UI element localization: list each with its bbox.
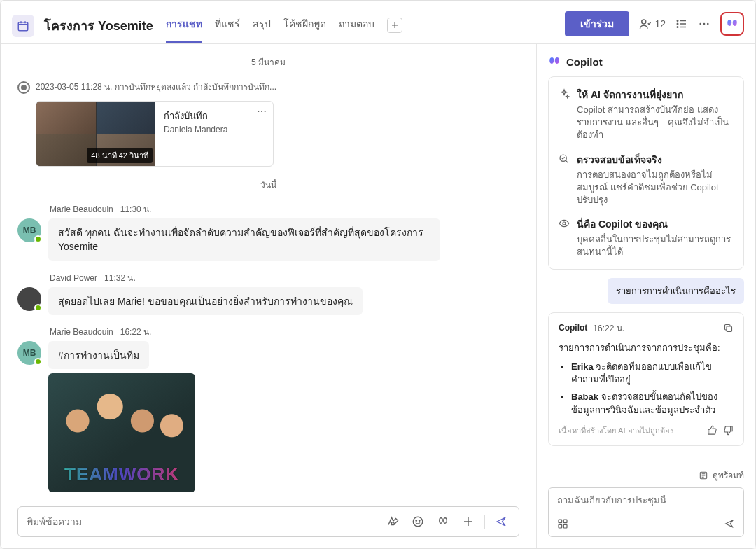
- recording-meta-text: 2023-03-05 11:28 น. การบันทึกหยุดลงแล้ว …: [36, 80, 519, 93]
- presence-icon: [34, 235, 42, 243]
- svg-rect-0: [18, 22, 28, 30]
- add-icon[interactable]: [459, 514, 477, 529]
- copilot-reply-time: 16:22 น.: [593, 321, 624, 335]
- svg-rect-19: [564, 520, 567, 523]
- copilot-intro-card: ให้ AI จัดการงานที่ยุ่งยากCopilot สามารถ…: [548, 76, 744, 270]
- list-button[interactable]: [676, 18, 688, 30]
- intro-item-title: ให้ AI จัดการงานที่ยุ่งยาก: [577, 87, 734, 102]
- presence-icon: [34, 358, 42, 366]
- intro-item-title: นี่คือ Copilot ของคุณ: [577, 216, 734, 232]
- svg-rect-21: [564, 524, 567, 528]
- user-message-bubble: รายการการดำเนินการคืออะไร: [608, 278, 744, 304]
- list-item: Babak จะตรวจสอบขั้นตอนถัดไปของข้อมูลการว…: [571, 391, 734, 417]
- copilot-reply-author: Copilot: [559, 323, 587, 333]
- copilot-input[interactable]: [557, 495, 735, 506]
- emoji-icon[interactable]: [409, 514, 427, 529]
- message-bubble: สวัสดี ทุกคน ฉันจะทำงานเพื่อจัดลำดับความ…: [48, 218, 440, 261]
- eye-icon: [559, 218, 570, 258]
- message-input[interactable]: [27, 516, 377, 527]
- svg-point-7: [707, 22, 709, 25]
- send-icon[interactable]: [492, 514, 510, 529]
- date-separator: 5 มีนาคม: [18, 55, 519, 69]
- svg-point-3: [677, 23, 678, 25]
- avatar[interactable]: MB: [18, 341, 41, 365]
- copilot-title: Copilot: [566, 56, 603, 68]
- svg-point-9: [261, 111, 262, 112]
- gif-caption: TEAMWORK: [64, 464, 179, 485]
- gif-attachment[interactable]: TEAMWORK: [48, 373, 195, 492]
- participants-count: 12: [654, 18, 666, 29]
- tabs: การแชท ที่แชร์ สรุป โค้ชฝึกพูด ถามตอบ: [166, 8, 402, 43]
- svg-point-4: [677, 26, 678, 27]
- svg-point-12: [416, 520, 417, 522]
- svg-rect-16: [727, 326, 732, 332]
- copilot-toggle-button[interactable]: [720, 12, 744, 36]
- join-button[interactable]: เข้าร่วม: [565, 11, 629, 36]
- compose-box[interactable]: [18, 506, 519, 537]
- message-group: David Power 11:32 น. สุดยอดไปเลย Marie! …: [18, 271, 519, 315]
- tab-summary[interactable]: สรุป: [253, 8, 271, 43]
- copilot-logo-icon: [548, 55, 561, 68]
- message-author: David Power: [50, 273, 97, 283]
- search-check-icon: [559, 153, 570, 207]
- copilot-reply-card: Copilot 16:22 น. รายการการดำเนินการจากกา…: [548, 312, 744, 446]
- message-group: Marie Beaudouin 16:22 น. MB #การทำงานเป็…: [18, 325, 519, 492]
- svg-rect-18: [559, 520, 562, 523]
- copy-icon[interactable]: [723, 323, 734, 333]
- svg-point-13: [419, 520, 421, 522]
- recording-thumbnail: 48 นาที 42 วินาที: [36, 102, 155, 166]
- intro-item-desc: การตอบสนองอาจไม่ถูกต้องหรือไม่สมบูรณ์ แช…: [577, 169, 734, 207]
- message-bubble: สุดยอดไปเลย Marie! ขอขอบคุณเป็นอย่างยิ่ง…: [48, 287, 363, 315]
- message-time: 11:32 น.: [104, 271, 136, 284]
- tab-coach[interactable]: โค้ชฝึกพูด: [284, 8, 326, 43]
- recording-author: Daniela Mandera: [164, 125, 265, 134]
- recording-meta-row: 2023-03-05 11:28 น. การบันทึกหยุดลงแล้ว …: [18, 80, 519, 94]
- avatar[interactable]: [18, 287, 41, 311]
- svg-point-1: [642, 20, 646, 24]
- view-prompts-button[interactable]: ดูพร้อมท์: [537, 468, 744, 482]
- intro-item-desc: Copilot สามารถสร้างบันทึกย่อ แสดงรายการง…: [577, 104, 734, 142]
- sparkle-icon: [559, 88, 570, 142]
- add-tab-button[interactable]: [387, 18, 402, 33]
- intro-item-title: ตรวจสอบข้อเท็จจริง: [577, 152, 734, 167]
- message-time: 11:30 น.: [120, 202, 152, 216]
- copilot-compose[interactable]: [548, 487, 744, 537]
- svg-point-2: [677, 20, 678, 21]
- recording-indicator-icon: [18, 81, 30, 94]
- chat-pane: 5 มีนาคม 2023-03-05 11:28 น. การบันทึกหย…: [1, 44, 537, 548]
- thumbs-up-icon[interactable]: [707, 425, 718, 436]
- action-items-list: Erika จะติดต่อทีมออกแบบเพื่อแก้ไขคำถามที…: [559, 361, 734, 417]
- avatar[interactable]: MB: [18, 218, 41, 242]
- more-button[interactable]: [698, 18, 710, 30]
- copilot-compose-icon[interactable]: [434, 514, 452, 529]
- format-icon[interactable]: [384, 514, 402, 529]
- svg-point-6: [704, 22, 706, 25]
- date-separator: วันนี้: [18, 178, 519, 191]
- copilot-reply-lead: รายการการดำเนินการจากการประชุมคือ:: [559, 340, 734, 355]
- recording-title: กำลังบันทึก: [164, 109, 265, 123]
- send-icon[interactable]: [724, 518, 735, 529]
- recording-more-icon[interactable]: [256, 106, 267, 117]
- tab-chat[interactable]: การแชท: [166, 8, 202, 43]
- message-author: Marie Beaudouin: [50, 327, 113, 337]
- tab-qna[interactable]: ถามตอบ: [339, 8, 374, 43]
- meeting-icon: [12, 15, 34, 37]
- svg-point-10: [265, 111, 266, 112]
- list-item: Erika จะติดต่อทีมออกแบบเพื่อแก้ไขคำถามที…: [571, 361, 734, 387]
- message-bubble: #การทำงานเป็นทีม: [48, 341, 149, 369]
- header: โครงการ Yosemite การแชท ที่แชร์ สรุป โค้…: [1, 1, 755, 44]
- tab-shared[interactable]: ที่แชร์: [215, 8, 240, 43]
- message-author: Marie Beaudouin: [50, 204, 113, 214]
- participants-button[interactable]: 12: [639, 18, 666, 30]
- page-title: โครงการ Yosemite: [44, 15, 153, 36]
- copilot-user-message: รายการการดำเนินการคืออะไร: [548, 278, 744, 304]
- svg-point-5: [699, 22, 701, 25]
- thumbs-down-icon[interactable]: [723, 425, 734, 436]
- prompt-grid-icon[interactable]: [557, 518, 568, 529]
- message-group: Marie Beaudouin 11:30 น. MB สวัสดี ทุกคน…: [18, 202, 519, 261]
- recording-card[interactable]: 48 นาที 42 วินาที กำลังบันทึก Daniela Ma…: [36, 101, 274, 167]
- intro-item-desc: บุคคลอื่นในการประชุมไม่สามารถดูการสนทนาน…: [577, 233, 734, 258]
- svg-point-8: [258, 111, 259, 112]
- svg-point-11: [413, 517, 423, 527]
- message-time: 16:22 น.: [120, 325, 152, 338]
